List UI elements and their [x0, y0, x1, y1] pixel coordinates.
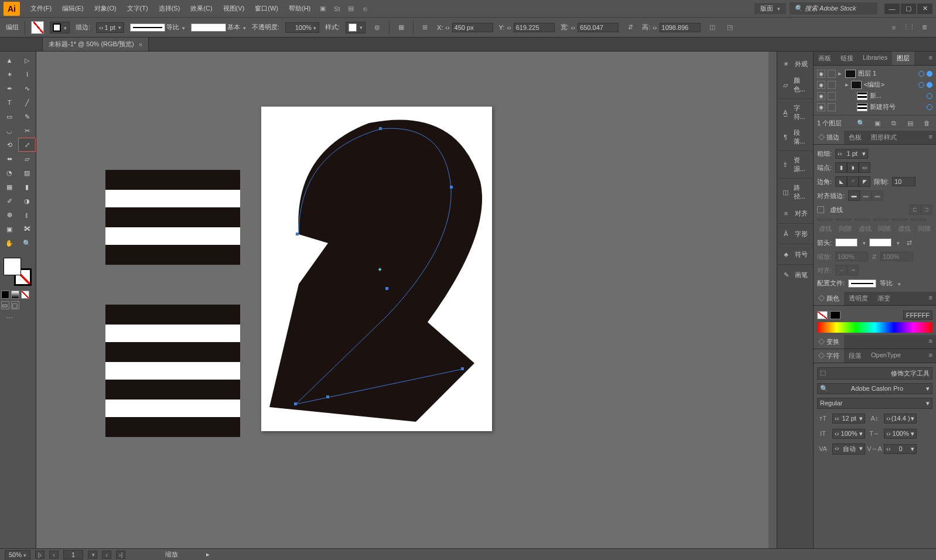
locate-layer-icon[interactable]: 🔍 [855, 117, 867, 129]
layer-row[interactable]: ◉新建符号 [817, 101, 932, 112]
new-layer-icon[interactable]: ▤ [904, 117, 916, 129]
tab-swatches[interactable]: 色板 [844, 131, 866, 144]
stroke-profile[interactable] [848, 279, 876, 288]
target-icon[interactable] [927, 104, 932, 110]
layer-name[interactable]: 新... [870, 91, 924, 100]
dock-color[interactable]: ▱颜色... [777, 73, 813, 97]
link-wh-icon[interactable]: ⇵ [624, 22, 636, 33]
shape-builder-tool[interactable]: ◔ [1, 166, 18, 179]
edit-toolbar-icon[interactable]: ⋯ [1, 312, 18, 325]
menu-type[interactable]: 文字(T) [122, 2, 153, 15]
opacity-field[interactable]: 100% [285, 22, 319, 33]
workspace-switcher[interactable]: 版面 [754, 3, 786, 14]
lock-icon[interactable] [828, 81, 836, 89]
zoom-select[interactable]: 50% [5, 550, 30, 559]
y-field[interactable]: 619.225 [514, 23, 555, 32]
select-indicator[interactable] [927, 82, 932, 88]
menu-window[interactable]: 窗口(W) [250, 2, 283, 15]
magic-wand-tool[interactable]: ✶ [1, 68, 18, 81]
color-spectrum[interactable] [817, 322, 932, 333]
adobe-stock-search[interactable]: 🔍搜索 Adobe Stock [790, 2, 877, 15]
layer-row[interactable]: ◉新... [817, 90, 932, 101]
dash-field[interactable] [892, 218, 907, 221]
status-play-icon[interactable]: ▸ [206, 551, 210, 558]
fill-color-box[interactable] [4, 258, 21, 275]
last-artboard-btn[interactable]: ›| [116, 551, 125, 559]
touch-type-button[interactable]: ⬚ 修饰文字工具 [817, 367, 932, 380]
align-stroke-buttons[interactable]: ▬▬▬ [848, 190, 883, 201]
dock-assets[interactable]: ⇪资源... [777, 152, 813, 177]
layer-row[interactable]: ◉▸图层 1 [817, 68, 932, 79]
eyedropper-tool[interactable]: ✐ [1, 194, 18, 207]
transform-ref-icon[interactable]: ⊞ [419, 22, 431, 33]
delete-layer-icon[interactable]: 🗑 [921, 117, 932, 129]
menu-effect[interactable]: 效果(C) [186, 2, 217, 15]
eye-icon[interactable]: ◉ [817, 70, 825, 78]
stroke-panel-menu[interactable]: ≡ [925, 131, 936, 144]
zoom-tool[interactable]: 🔍 [19, 237, 35, 250]
style-swatch[interactable] [346, 22, 365, 33]
window-close[interactable]: ✕ [917, 4, 932, 14]
symbol-sprayer-tool[interactable]: ❆ [1, 209, 18, 221]
swap-arrows-icon[interactable]: ⇄ [903, 237, 915, 248]
eye-icon[interactable]: ◉ [817, 103, 825, 111]
color-black-swatch[interactable] [830, 311, 841, 319]
type-tool[interactable]: T [1, 96, 18, 109]
curvature-tool[interactable]: ∿ [19, 82, 35, 95]
dock-glyphs[interactable]: Ǎ字形 [777, 225, 813, 243]
target-icon[interactable] [918, 71, 924, 77]
eye-icon[interactable]: ◉ [817, 92, 825, 100]
slice-tool[interactable]: ✀ [19, 223, 35, 235]
tab-transparency[interactable]: 透明度 [844, 292, 873, 305]
next-artboard-btn[interactable]: › [102, 551, 111, 559]
layer-row[interactable]: ◉▸<编组> [817, 79, 932, 90]
gpu-icon[interactable]: ⎋ [358, 2, 371, 15]
font-family-select[interactable]: 🔍Adobe Caslon Pro▾ [817, 383, 932, 394]
gradient-tool[interactable]: ▮ [19, 180, 35, 193]
color-mode-none[interactable] [21, 291, 29, 299]
make-clip-icon[interactable]: ▣ [872, 117, 883, 129]
menu-help[interactable]: 帮助(H) [284, 2, 315, 15]
tab-color[interactable]: ◇ 颜色 [814, 292, 844, 305]
perspective-tool[interactable]: ▨ [19, 166, 35, 179]
dash-align-buttons[interactable]: ⊏⊐ [909, 204, 932, 215]
tab-links[interactable]: 链接 [836, 52, 858, 65]
lock-icon[interactable] [828, 70, 836, 78]
first-artboard-btn[interactable]: |‹ [35, 551, 45, 559]
arrow-start-dropdown[interactable] [861, 239, 866, 246]
arrow-end-dropdown[interactable] [895, 239, 900, 246]
arrow-scale-a[interactable]: 100% [835, 252, 868, 261]
artboard-number-field[interactable]: 1 [63, 550, 83, 559]
layers-panel-menu[interactable]: ≡ [925, 52, 936, 65]
font-size-field[interactable]: ‹›12 pt▾ [832, 414, 865, 424]
tab-libraries[interactable]: Libraries [858, 52, 892, 65]
layer-name[interactable]: 图层 1 [858, 69, 916, 78]
brush-dropdown[interactable] [241, 24, 246, 31]
dock-paragraph[interactable]: ¶段落... [777, 125, 813, 149]
layer-name[interactable]: 新建符号 [870, 103, 924, 111]
prev-artboard-btn[interactable]: ‹ [49, 551, 59, 559]
arrow-align-buttons[interactable]: →⇥ [835, 265, 859, 275]
menu-file[interactable]: 文件(F) [26, 2, 56, 15]
dash-field[interactable] [855, 218, 870, 221]
dock-pathfinder[interactable]: ◫路径... [777, 180, 813, 204]
hand-tool[interactable]: ✋ [1, 237, 18, 250]
lock-icon[interactable] [828, 92, 836, 100]
layer-name[interactable]: <编组> [864, 80, 916, 89]
artboard-dropdown[interactable] [88, 551, 97, 559]
scale-tool[interactable]: ⤢ [19, 138, 35, 151]
rectangle-tool[interactable]: ▭ [1, 110, 18, 123]
vertical-scrollbar[interactable] [768, 52, 777, 548]
tab-paragraph[interactable]: 段落 [844, 349, 866, 363]
menu-select[interactable]: 选择(S) [154, 2, 185, 15]
hscale-field[interactable]: ‹›100%▾ [884, 429, 917, 439]
arrow-start[interactable] [835, 238, 858, 247]
hex-field[interactable]: FFFFFF [903, 310, 932, 320]
menu-edit[interactable]: 编辑(E) [57, 2, 88, 15]
document-tab[interactable]: 未标题-1* @ 50% (RGB/预览) × [42, 37, 149, 51]
color-mode-solid[interactable] [1, 291, 9, 299]
profile-dropdown[interactable] [896, 280, 901, 287]
blend-tool[interactable]: ◑ [19, 194, 35, 207]
screen-mode-normal[interactable]: ▭ [1, 301, 9, 309]
vscale-field[interactable]: ‹›100%▾ [832, 429, 865, 439]
